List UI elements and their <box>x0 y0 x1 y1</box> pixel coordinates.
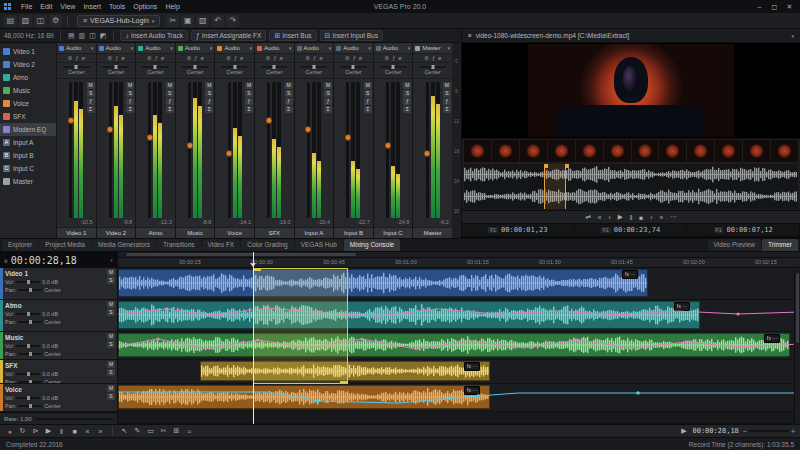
menu-edit[interactable]: Edit <box>36 0 56 13</box>
strip-fx-icon[interactable]: ƒ <box>115 55 118 61</box>
mixer-channel-video-1[interactable]: Video 1 <box>0 45 56 58</box>
solo-button[interactable]: S <box>403 90 411 97</box>
dim-output-icon[interactable]: ◩ <box>99 32 108 40</box>
playhead-cursor[interactable] <box>253 252 254 424</box>
routing-button[interactable]: Σ <box>87 106 95 113</box>
volume-slider[interactable] <box>16 373 40 375</box>
volume-slider[interactable] <box>16 397 40 399</box>
volume-fader[interactable] <box>426 82 429 218</box>
track-header-voice[interactable]: VoiceVol:0.0 dBPan:CenterMS <box>0 384 117 412</box>
pan-control[interactable]: Center <box>97 63 136 79</box>
strip-gear-icon[interactable]: ⚙ <box>147 55 152 61</box>
mixer-channel-input-a[interactable]: AInput A <box>0 136 56 149</box>
volume-fader[interactable] <box>148 82 151 218</box>
pan-slider[interactable] <box>18 321 42 323</box>
strip-gear-icon[interactable]: ⚙ <box>68 55 73 61</box>
pause-button[interactable]: ‖ <box>630 214 633 221</box>
audio-clip-atmo[interactable] <box>118 301 700 329</box>
strip-fx-icon[interactable]: ƒ <box>234 55 237 61</box>
fader-handle[interactable] <box>186 142 193 149</box>
mute-button[interactable]: M <box>364 82 372 89</box>
mixer-channel-sfx[interactable]: SFX <box>0 110 56 123</box>
strip-fx-icon[interactable]: ƒ <box>432 55 435 61</box>
tab-color-grading[interactable]: Color Grading <box>241 239 293 251</box>
strip-phase-icon[interactable]: ø <box>280 55 283 61</box>
go-to-start-button[interactable]: « <box>598 214 602 221</box>
pan-slider[interactable] <box>102 66 129 68</box>
solo-button[interactable]: S <box>285 90 293 97</box>
mute-button[interactable]: M <box>107 385 115 392</box>
mixer-channel-master[interactable]: Master <box>0 175 56 188</box>
mute-button[interactable]: M <box>205 82 213 89</box>
volume-fader[interactable] <box>109 82 112 218</box>
paste-icon[interactable]: ▨ <box>196 15 209 27</box>
normal-edit-tool[interactable]: ↖ <box>120 427 129 435</box>
pan-slider[interactable] <box>18 289 42 291</box>
strip-phase-icon[interactable]: ø <box>438 55 441 61</box>
strip-phase-icon[interactable]: ø <box>82 55 85 61</box>
fader-handle[interactable] <box>107 126 114 133</box>
button-insert-audio-track[interactable]: ♪Insert Audio Track <box>120 30 188 41</box>
tab-vegas-hub[interactable]: VEGAS Hub <box>295 239 343 251</box>
stop-button[interactable]: ■ <box>639 214 643 221</box>
mute-button[interactable]: M <box>107 361 115 368</box>
go-to-end-button[interactable]: » <box>659 214 663 221</box>
pan-control[interactable]: Center <box>295 63 334 79</box>
menu-help[interactable]: Help <box>161 0 183 13</box>
strip-type-dropdown[interactable]: Audio▾ <box>97 43 136 54</box>
strip-fx-button[interactable]: ƒ <box>205 98 213 105</box>
new-project-icon[interactable]: ▤ <box>4 15 17 27</box>
menu-options[interactable]: Options <box>129 0 161 13</box>
pan-control[interactable]: Center <box>374 63 413 79</box>
strip-gear-icon[interactable]: ⚙ <box>226 55 231 61</box>
timeline-timecode-display[interactable]: ≡ 00:00:28,18 ▾ <box>0 252 117 268</box>
mixer-channel-voice[interactable]: Voice <box>0 97 56 110</box>
tab-mixing-console[interactable]: Mixing Console <box>344 239 400 251</box>
routing-button[interactable]: Σ <box>443 106 451 113</box>
fader-handle[interactable] <box>384 142 391 149</box>
strip-gear-icon[interactable]: ⚙ <box>107 55 112 61</box>
pan-control[interactable]: Center <box>413 63 452 79</box>
strip-fx-button[interactable]: ƒ <box>87 98 95 105</box>
mute-button[interactable]: M <box>166 82 174 89</box>
clip-fx-button[interactable]: fx ⋯ <box>464 362 480 371</box>
strip-fx-button[interactable]: ƒ <box>245 98 253 105</box>
stop-button[interactable]: ■ <box>70 428 79 435</box>
media-filename-bar[interactable]: ≡ video-1080-widescreen-demo.mp4 [C:\Med… <box>462 29 800 42</box>
solo-button[interactable]: S <box>107 369 115 376</box>
routing-button[interactable]: Σ <box>403 106 411 113</box>
redo-icon[interactable]: ↷ <box>226 15 239 27</box>
pan-control[interactable]: Center <box>136 63 175 79</box>
tab-trimmer[interactable]: Trimmer <box>762 239 798 251</box>
pan-slider[interactable] <box>18 381 42 383</box>
strip-gear-icon[interactable]: ⚙ <box>345 55 350 61</box>
pan-control[interactable]: Center <box>334 63 373 79</box>
strip-fx-icon[interactable]: ƒ <box>194 55 197 61</box>
strip-fx-button[interactable]: ƒ <box>403 98 411 105</box>
trimmer-waveform[interactable] <box>464 164 798 209</box>
strip-type-dropdown[interactable]: Master▾ <box>413 43 452 54</box>
strip-phase-icon[interactable]: ø <box>200 55 203 61</box>
menu-insert[interactable]: Insert <box>79 0 105 13</box>
solo-button[interactable]: S <box>107 277 115 284</box>
strip-gear-icon[interactable]: ⚙ <box>186 55 191 61</box>
play-button[interactable]: ▶ <box>618 213 623 221</box>
fader-handle[interactable] <box>226 150 233 157</box>
strip-fx-icon[interactable]: ƒ <box>392 55 395 61</box>
fader-handle[interactable] <box>265 117 272 124</box>
mute-button[interactable]: M <box>107 301 115 308</box>
cut-icon[interactable]: ✂ <box>166 15 179 27</box>
strip-fx-icon[interactable]: ƒ <box>353 55 356 61</box>
pan-slider[interactable] <box>419 66 446 68</box>
strip-type-dropdown[interactable]: Audio▾ <box>295 43 334 54</box>
close-button[interactable]: ✕ <box>782 0 797 13</box>
open-project-icon[interactable]: ▧ <box>19 15 32 27</box>
audio-clip-video-1[interactable] <box>118 269 648 297</box>
pan-slider[interactable] <box>300 66 327 68</box>
tab-explorer[interactable]: Explorer <box>2 239 38 251</box>
track-header-sfx[interactable]: SFXVol:0.0 dBPan:CenterMS <box>0 360 117 384</box>
volume-fader[interactable] <box>69 82 72 218</box>
tab-transitions[interactable]: Transitions <box>157 239 201 251</box>
tab-media-generators[interactable]: Media Generators <box>92 239 156 251</box>
strip-phase-icon[interactable]: ø <box>161 55 164 61</box>
